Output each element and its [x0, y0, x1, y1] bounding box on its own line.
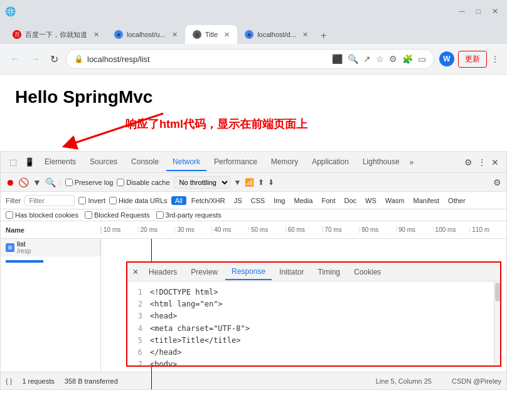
response-tab-initiator[interactable]: Initiator [273, 265, 310, 280]
timeline-name-header: Name [1, 226, 101, 234]
forward-button[interactable]: → [28, 52, 43, 66]
back-button[interactable]: ← [8, 52, 23, 66]
response-panel-close-button[interactable]: ✕ [130, 268, 141, 276]
search-network-icon[interactable]: 🔍 [45, 177, 56, 187]
hide-data-urls-label[interactable]: Hide data URLs [109, 197, 168, 204]
request-area: list /resp [1, 239, 506, 389]
cast-icon[interactable]: ⬛ [332, 54, 343, 64]
response-tab-headers[interactable]: Headers [142, 265, 183, 280]
invert-checkbox[interactable] [78, 197, 86, 204]
devtools-settings-icon[interactable]: ⚙ [464, 157, 472, 167]
tab-close-localhost-u[interactable]: ✕ [172, 31, 178, 39]
tab-favicon-title: ◉ [193, 30, 201, 39]
code-line-5: 5 <title>Title</title> [132, 335, 495, 347]
line-code-3: <head> [150, 310, 177, 322]
throttle-select[interactable]: No throttling [174, 176, 230, 189]
tick-100ms: 100 ms [433, 226, 470, 233]
filter-type-font[interactable]: Font [318, 196, 339, 205]
new-tab-button[interactable]: + [316, 28, 331, 44]
filter-type-doc[interactable]: Doc [340, 196, 360, 205]
response-panel-tab-bar: ✕ Headers Preview Response Initiator Tim… [127, 263, 500, 281]
hide-data-urls-checkbox[interactable] [109, 197, 117, 204]
scrollbar-thumb[interactable] [495, 283, 500, 302]
tab-close-localhost-d[interactable]: ✕ [302, 31, 308, 39]
line-code-2: <html lang="en"> [150, 298, 223, 310]
preserve-log-checkbox[interactable] [65, 179, 73, 186]
url-bar[interactable]: 🔒 localhost/resp/list ⬛ 🔍 ↗ ☆ ⚙ 🧩 ▭ [66, 49, 434, 69]
tab-baidu[interactable]: 百 百度一下，你就知道 ✕ [5, 25, 107, 44]
extension-icon[interactable]: 🧩 [402, 54, 413, 64]
profile-avatar[interactable]: W [439, 51, 454, 66]
tab-localhost-u[interactable]: ● localhost/u... ✕ [107, 25, 185, 44]
name-with-icon: list /resp [6, 240, 95, 255]
table-row[interactable]: list /resp [1, 239, 100, 256]
filter-type-wasm[interactable]: Wasm [382, 196, 408, 205]
third-party-checkbox[interactable] [156, 211, 164, 219]
filter-label: Filter [6, 197, 21, 204]
disable-cache-checkbox[interactable] [117, 179, 124, 186]
devtools-tab-performance[interactable]: Performance [208, 154, 264, 171]
devtools-tab-sources[interactable]: Sources [83, 154, 124, 171]
response-content: 1 <!DOCTYPE html> 2 <html lang="en"> 3 <… [127, 281, 500, 367]
response-tab-cookies[interactable]: Cookies [348, 265, 387, 280]
devtools-menu-icon[interactable]: ⋮ [478, 157, 486, 167]
response-tab-preview[interactable]: Preview [184, 265, 224, 280]
annotation-area: 响应了html代码，显示在前端页面上 [13, 113, 507, 151]
devtools-close-icon[interactable]: ✕ [491, 157, 499, 167]
devtools-tab-console[interactable]: Console [125, 154, 165, 171]
has-blocked-cookies-label[interactable]: Has blocked cookies [6, 211, 78, 219]
filter-type-media[interactable]: Media [290, 196, 316, 205]
filter-type-img[interactable]: Img [270, 196, 289, 205]
tab-title[interactable]: ◉ Title ✕ [185, 25, 237, 44]
devtools-tab-application[interactable]: Application [306, 154, 355, 171]
record-button[interactable]: ⏺ [6, 177, 14, 187]
devtools-device-icon[interactable]: 📱 [22, 157, 37, 167]
minimize-button[interactable]: ─ [456, 6, 469, 17]
filter-type-manifest[interactable]: Manifest [410, 196, 444, 205]
settings-icon[interactable]: ⚙ [389, 54, 397, 64]
tab-close-title[interactable]: ✕ [224, 31, 230, 39]
filter-icon[interactable]: ▼ [33, 177, 41, 187]
code-line-4: 4 <meta charset="UTF-8"> [132, 323, 495, 335]
devtools-tab-elements[interactable]: Elements [38, 154, 82, 171]
filter-type-other[interactable]: Other [444, 196, 469, 205]
filter-type-js[interactable]: JS [230, 196, 246, 205]
share-icon[interactable]: ↗ [363, 54, 371, 64]
sidebar-icon[interactable]: ▭ [418, 54, 426, 64]
blocked-requests-checkbox[interactable] [85, 211, 92, 219]
filter-type-all[interactable]: All [171, 196, 186, 205]
response-scrollbar[interactable] [494, 281, 500, 365]
menu-button[interactable]: ⋮ [491, 54, 499, 64]
has-blocked-cookies-checkbox[interactable] [6, 211, 13, 219]
search-icon[interactable]: 🔍 [348, 54, 358, 64]
filter-type-fetch[interactable]: Fetch/XHR [188, 196, 229, 205]
blocked-requests-label[interactable]: Blocked Requests [85, 211, 150, 219]
bookmark-icon[interactable]: ☆ [376, 54, 384, 64]
filter-type-ws[interactable]: WS [361, 196, 380, 205]
devtools-panel: ⬚ 📱 Elements Sources Console Network Per… [0, 151, 507, 390]
update-button[interactable]: 更新 [458, 51, 487, 68]
network-settings-icon[interactable]: ⚙ [493, 177, 501, 187]
devtools-tab-network[interactable]: Network [166, 154, 206, 171]
response-tab-timing[interactable]: Timing [311, 265, 346, 280]
devtools-inspector-icon[interactable]: ⬚ [6, 157, 21, 167]
devtools-tab-lighthouse[interactable]: Lighthouse [356, 154, 406, 171]
invert-label[interactable]: Invert [78, 197, 105, 204]
tick-30ms: 30 ms [174, 226, 211, 233]
preserve-log-label[interactable]: Preserve log [65, 179, 114, 186]
devtools-more-tabs[interactable]: » [407, 154, 417, 171]
reload-button[interactable]: ↻ [48, 52, 61, 66]
disable-cache-label[interactable]: Disable cache [117, 179, 169, 186]
clear-button[interactable]: 🚫 [18, 177, 29, 187]
title-bar: 🌐 ─ □ ✕ [0, 0, 507, 23]
filter-input[interactable] [24, 195, 75, 206]
has-blocked-cookies-text: Has blocked cookies [15, 211, 78, 219]
response-tab-response[interactable]: Response [225, 264, 272, 280]
maximize-button[interactable]: □ [472, 6, 484, 17]
tab-localhost-d[interactable]: ● localhost/d... ✕ [237, 25, 316, 44]
filter-type-css[interactable]: CSS [247, 196, 269, 205]
third-party-label[interactable]: 3rd-party requests [156, 211, 221, 219]
tab-close-baidu[interactable]: ✕ [93, 31, 99, 39]
close-button[interactable]: ✕ [488, 6, 502, 17]
devtools-tab-memory[interactable]: Memory [265, 154, 304, 171]
